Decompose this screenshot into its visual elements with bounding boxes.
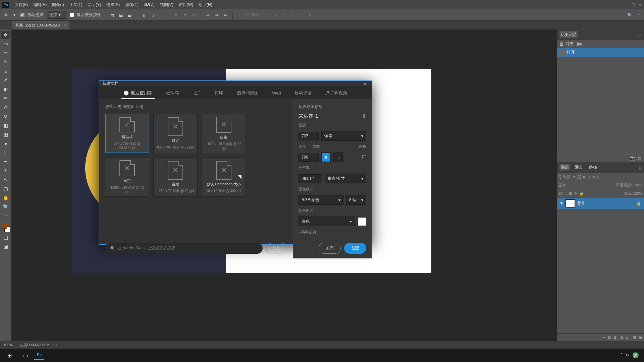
tray-chevron-icon[interactable]: ˄ <box>621 353 623 358</box>
align-bottom-icon[interactable]: ⬓ <box>127 12 133 18</box>
tab-close-icon[interactable]: × <box>64 23 66 28</box>
zoom-level[interactable]: 100% <box>3 343 13 347</box>
menu-item[interactable]: 窗口(W) <box>176 1 196 9</box>
width-input[interactable]: 797 <box>299 132 319 140</box>
align-top-icon[interactable]: ⬒ <box>109 12 115 18</box>
blur-tool[interactable]: ● <box>1 139 10 147</box>
minimize-icon[interactable]: — <box>624 2 629 7</box>
color-mode-select[interactable]: RGB 颜色▾ <box>299 195 343 205</box>
heal-tool[interactable]: ◐ <box>1 85 10 93</box>
distribute-icon[interactable]: ≡ <box>191 12 197 18</box>
distribute-icon[interactable]: ≡ <box>173 12 179 18</box>
menu-item[interactable]: 图像(I) <box>49 1 66 9</box>
eraser-tool[interactable]: ◧ <box>1 121 10 129</box>
dodge-tool[interactable]: ☾ <box>1 148 10 157</box>
advanced-toggle[interactable]: ›高级选项 <box>299 230 366 235</box>
brush-tool[interactable]: ✏ <box>1 94 10 102</box>
align-vcenter-icon[interactable]: ⬓ <box>118 12 124 18</box>
fill-label[interactable]: 填充: 100% <box>624 191 642 196</box>
type-tool[interactable]: T <box>1 167 10 175</box>
layers-tab[interactable]: 路径 <box>588 164 598 171</box>
gradient-tool[interactable]: ▦ <box>1 130 10 138</box>
screenmode-tool[interactable]: ▣ <box>1 242 10 250</box>
preset-card[interactable]: ✕自定1920 x 1080 像素 @ 72 ppi <box>202 114 246 153</box>
bit-depth-select[interactable]: 8 位▾ <box>346 195 366 205</box>
opacity-label[interactable]: 不透明度: 100% <box>616 183 642 188</box>
layer-row[interactable]: 👁 背景 🔒 <box>557 198 644 209</box>
align-left-icon[interactable]: ▯ <box>141 12 147 18</box>
menu-item[interactable]: 图层(L) <box>67 1 85 9</box>
portrait-button[interactable]: ▯ <box>321 153 331 162</box>
filter-smart-icon[interactable]: ◫ <box>597 175 600 179</box>
distribute-h-icon[interactable]: ⇔ <box>205 12 211 18</box>
filter-type-icon[interactable]: T <box>588 175 591 179</box>
distribute-h-icon[interactable]: ⇔ <box>214 12 220 18</box>
preset-card[interactable]: ✕自定1280 x 720 像素 @ 72 ppi <box>105 157 149 197</box>
fx-icon[interactable]: fx <box>608 335 611 340</box>
tray-badge[interactable]: 64 <box>633 352 639 358</box>
background-select[interactable]: 白色▾ <box>299 217 355 226</box>
hand-tool[interactable]: ✋ <box>1 194 10 202</box>
move-tool-icon[interactable]: ✥ <box>3 12 9 18</box>
panel-icon[interactable]: ⬚ <box>624 156 628 161</box>
height-input[interactable]: 799 <box>299 153 319 162</box>
resolution-input[interactable]: 96.012 <box>299 174 322 183</box>
document-name[interactable]: 未标题-1 <box>299 113 318 119</box>
artboard-checkbox[interactable] <box>362 155 366 159</box>
auto-select-checkbox[interactable] <box>20 13 24 17</box>
menu-item[interactable]: 滤镜(T) <box>122 1 141 9</box>
panel-menu-icon[interactable]: ≡ <box>639 165 641 170</box>
zoom-tool[interactable]: 🔍 <box>1 203 10 211</box>
go-button[interactable]: 前往 <box>266 243 287 253</box>
maximize-icon[interactable]: □ <box>632 2 635 7</box>
edit-toolbar[interactable]: ⋯ <box>1 212 10 220</box>
dialog-tab[interactable]: 打印 <box>213 86 225 99</box>
layers-tab[interactable]: 图层 <box>559 164 570 171</box>
mask-icon[interactable]: ◐ <box>614 335 617 340</box>
save-preset-icon[interactable]: ⬇ <box>362 113 366 119</box>
info-chevron-icon[interactable]: › <box>56 343 57 347</box>
lasso-tool[interactable]: ⊃ <box>1 49 10 57</box>
menu-item[interactable]: 编辑(E) <box>31 1 49 9</box>
eyedropper-tool[interactable]: ✐ <box>1 76 10 84</box>
preset-card[interactable]: ✓剪贴板797 x 799 像素 @ 96.012 ppi <box>105 114 149 153</box>
layers-tab[interactable]: 通道 <box>574 164 584 171</box>
dialog-tab[interactable]: Web <box>270 87 283 99</box>
stock-search-input[interactable]: 🔍 在 Adobe Stock 上查找更多模板 <box>105 243 263 254</box>
quickmask-tool[interactable]: ◫ <box>1 233 10 241</box>
menu-item[interactable]: 选择(S) <box>104 1 122 9</box>
new-layer-icon[interactable]: ⊞ <box>633 335 636 340</box>
landscape-button[interactable]: ▭ <box>333 153 343 162</box>
dialog-tab[interactable]: 已保存 <box>164 86 181 99</box>
link-icon[interactable]: ⚭ <box>602 335 605 340</box>
show-transform-checkbox[interactable] <box>70 13 74 17</box>
document-info[interactable]: 文档:3.66M/3.66M <box>19 343 49 348</box>
task-view-button[interactable]: ▭ <box>18 349 33 361</box>
delete-layer-icon[interactable]: 🗑 <box>639 335 643 340</box>
photoshop-taskbar-icon[interactable]: Ps <box>34 351 44 360</box>
marquee-tool[interactable]: ▭ <box>1 40 10 48</box>
menu-item[interactable]: 帮助(H) <box>196 1 215 9</box>
distribute-icon[interactable]: ≡ <box>182 12 188 18</box>
preset-card[interactable]: ✕自定1280 x 72 像素 @ 72 ppi <box>153 157 198 197</box>
document-tab[interactable]: 月亮_.jpg @ 100%(RGB/8#) × <box>12 21 69 29</box>
new-snapshot-icon[interactable]: 📷 <box>630 156 635 161</box>
path-tool[interactable]: ↖ <box>1 176 10 184</box>
dialog-tab[interactable]: 照片 <box>191 86 203 99</box>
history-brush-tool[interactable]: ↺ <box>1 112 10 120</box>
kind-filter[interactable]: Q 类型 <box>558 174 570 179</box>
dialog-tab[interactable]: 胶片和视频 <box>323 86 349 99</box>
dialog-tab[interactable]: 图稿和插图 <box>235 86 261 99</box>
dialog-tab[interactable]: 🕓最近使用项 <box>121 86 155 99</box>
move-tool[interactable]: ✥ <box>1 31 10 39</box>
align-hcenter-icon[interactable]: ▯ <box>150 12 156 18</box>
preset-card[interactable]: ✕自定833 x 987 像素 @ 72 ppi <box>153 114 198 153</box>
auto-select-target[interactable]: 图层 ▾ <box>47 11 67 19</box>
preset-card[interactable]: ✕默认 Photoshop 大小16 x 12 厘米 @ 300 ppi <box>202 157 246 197</box>
layer-name[interactable]: 背景 <box>577 201 585 206</box>
close-window-icon[interactable]: ✕ <box>638 2 642 7</box>
color-swatches[interactable] <box>1 223 10 232</box>
lock-position-icon[interactable]: ✥ <box>574 191 577 196</box>
lock-all-icon[interactable]: 🔒 <box>579 191 584 196</box>
background-color-swatch[interactable] <box>358 217 366 226</box>
